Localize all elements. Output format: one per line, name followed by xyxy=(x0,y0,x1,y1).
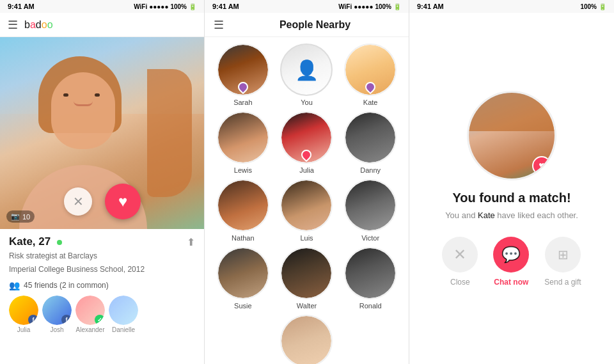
person-name-danny: Danny xyxy=(360,166,381,174)
pass-button[interactable]: ✕ xyxy=(64,187,92,216)
person-cell-danny[interactable]: Danny xyxy=(341,111,400,174)
status-bar-p3: 9:41 AM 100% 🔋 xyxy=(409,0,614,13)
match-avatar: ♥ xyxy=(467,91,556,180)
match-title-text: You found a match! xyxy=(452,191,571,205)
friends-count: 45 friends (2 in common) xyxy=(24,281,109,290)
profile-name-row: Kate, 27 ⬆ xyxy=(9,235,195,248)
match-panel: 9:41 AM 100% 🔋 ♥ You found a match! You … xyxy=(409,0,614,364)
friend-avatar-julia: f xyxy=(9,296,38,325)
chat-action[interactable]: 💬 Chat now xyxy=(493,237,529,287)
profile-info: Kate, 27 ⬆ Risk strategist at Barclays I… xyxy=(0,229,204,364)
match-subtitle-pre: You and xyxy=(445,210,478,220)
person-cell-susie[interactable]: Susie xyxy=(214,247,272,310)
status-icons-p2: WiFi ●●●●● 100% 🔋 xyxy=(338,3,401,10)
person-name-lewis: Lewis xyxy=(234,166,252,174)
person-cell-lewis[interactable]: Lewis xyxy=(214,111,272,174)
battery-icon-p2: 🔋 xyxy=(393,3,401,10)
close-circle[interactable]: ✕ xyxy=(442,237,478,273)
friend-item-josh[interactable]: f Josh xyxy=(42,296,72,333)
location-pin-kate xyxy=(365,81,375,93)
time-p1: 9:41 AM xyxy=(8,3,35,10)
fb-badge: f xyxy=(28,315,38,325)
wifi-icon: WiFi xyxy=(134,3,147,10)
eye-left xyxy=(63,93,68,97)
chat-label: Chat now xyxy=(494,278,528,287)
profile-job: Risk strategist at Barclays xyxy=(9,250,195,262)
match-subtitle-post: have liked each other. xyxy=(495,210,578,220)
person-cell-victor[interactable]: Victor xyxy=(341,179,400,242)
friend-avatar-danielle xyxy=(109,296,138,325)
time-p2: 9:41 AM xyxy=(212,3,239,10)
online-indicator xyxy=(57,240,62,245)
chat-circle[interactable]: 💬 xyxy=(493,237,529,273)
status-bar-p1: 9:41 AM WiFi ●●●●● 100% 🔋 xyxy=(0,0,204,13)
friend-name-alexander: Alexander xyxy=(75,326,104,333)
match-subtitle: You and Kate have liked each other. xyxy=(445,210,578,220)
friend-name-josh: Josh xyxy=(50,326,63,333)
person-name-you: You xyxy=(301,99,313,106)
person-cell-nora[interactable]: Nora xyxy=(278,315,336,364)
person-cell-kate[interactable]: Kate xyxy=(341,44,400,106)
like-button[interactable]: ♥ xyxy=(105,184,141,219)
nav-bar-p1: ☰ badoo xyxy=(0,13,204,37)
person-avatar-julia xyxy=(280,111,333,164)
pin-dot-kate xyxy=(363,80,378,95)
friend-avatar-josh: f xyxy=(42,296,72,325)
status-icons-p1: WiFi ●●●●● 100% 🔋 xyxy=(134,3,196,10)
person-name-sarah: Sarah xyxy=(233,99,252,106)
signal-p1: ●●●●● xyxy=(149,3,168,10)
friend-item-julia[interactable]: f Julia xyxy=(9,296,38,333)
wifi-icon-p2: WiFi xyxy=(338,3,352,10)
person-cell-ronald[interactable]: Ronald xyxy=(341,247,400,310)
friends-avatars: f Julia f Josh ✓ Alexander xyxy=(9,296,195,333)
smile xyxy=(74,101,93,106)
gift-action[interactable]: ⊞ Send a gift xyxy=(544,237,581,287)
match-actions: ✕ Close 💬 Chat now ⊞ Send a gift xyxy=(442,237,581,287)
close-label: Close xyxy=(450,278,470,287)
profile-panel: 9:41 AM WiFi ●●●●● 100% 🔋 ☰ badoo xyxy=(0,0,205,364)
friend-name-julia: Julia xyxy=(17,326,31,333)
close-action[interactable]: ✕ Close xyxy=(442,237,478,287)
person-avatar-ronald xyxy=(344,247,397,299)
friends-row: 👥 45 friends (2 in common) xyxy=(9,280,195,290)
profile-name-age: Kate, 27 xyxy=(9,235,62,248)
person-name-ronald: Ronald xyxy=(359,302,382,310)
person-cell-you[interactable]: 👤 You xyxy=(278,44,336,106)
match-content: ♥ You found a match! You and Kate have l… xyxy=(409,13,614,364)
gift-circle[interactable]: ⊞ xyxy=(545,237,581,273)
person-avatar-kate xyxy=(344,44,397,96)
time-p3: 9:41 AM xyxy=(417,3,444,10)
fb-badge-josh: f xyxy=(61,315,72,325)
person-avatar-sarah xyxy=(217,44,269,96)
friend-avatar-alexander: ✓ xyxy=(75,296,105,325)
person-cell-walter[interactable]: Walter xyxy=(278,247,336,310)
battery-icon: 🔋 xyxy=(189,3,196,10)
person-name-nathan: Nathan xyxy=(232,234,254,242)
heart-badge: ♥ xyxy=(532,156,551,175)
menu-icon-p2[interactable]: ☰ xyxy=(214,18,224,32)
share-icon[interactable]: ⬆ xyxy=(187,236,195,248)
person-avatar-walter xyxy=(280,247,333,299)
person-cell-sarah[interactable]: Sarah xyxy=(214,44,272,106)
person-avatar-danny xyxy=(344,111,397,164)
pin-dot xyxy=(236,80,251,95)
status-bar-p2: 9:41 AM WiFi ●●●●● 100% 🔋 xyxy=(205,0,409,13)
friend-item-alexander[interactable]: ✓ Alexander xyxy=(75,296,105,333)
person-cell-julia[interactable]: Julia xyxy=(278,111,336,174)
person-avatar-nora xyxy=(280,315,333,364)
friend-item-danielle[interactable]: Danielle xyxy=(109,296,138,333)
menu-icon[interactable]: ☰ xyxy=(8,18,18,32)
action-buttons: ✕ ♥ xyxy=(64,184,141,219)
nav-bar-p2: ☰ People Nearby xyxy=(205,13,409,37)
profile-photo[interactable]: 📷 10 ✕ ♥ xyxy=(0,37,205,229)
person-cell-luis[interactable]: Luis xyxy=(278,179,336,242)
pin-dot-julia xyxy=(299,148,314,162)
location-pin-julia xyxy=(301,148,311,161)
person-avatar-luis xyxy=(280,179,333,232)
people-nearby-panel: 9:41 AM WiFi ●●●●● 100% 🔋 ☰ People Nearb… xyxy=(205,0,409,364)
person-avatar-lewis xyxy=(217,111,269,164)
person-cell-nathan[interactable]: Nathan xyxy=(214,179,272,242)
battery-p3: 100% xyxy=(580,3,597,10)
photo-count: 10 xyxy=(22,213,30,221)
eye-right xyxy=(95,93,100,97)
